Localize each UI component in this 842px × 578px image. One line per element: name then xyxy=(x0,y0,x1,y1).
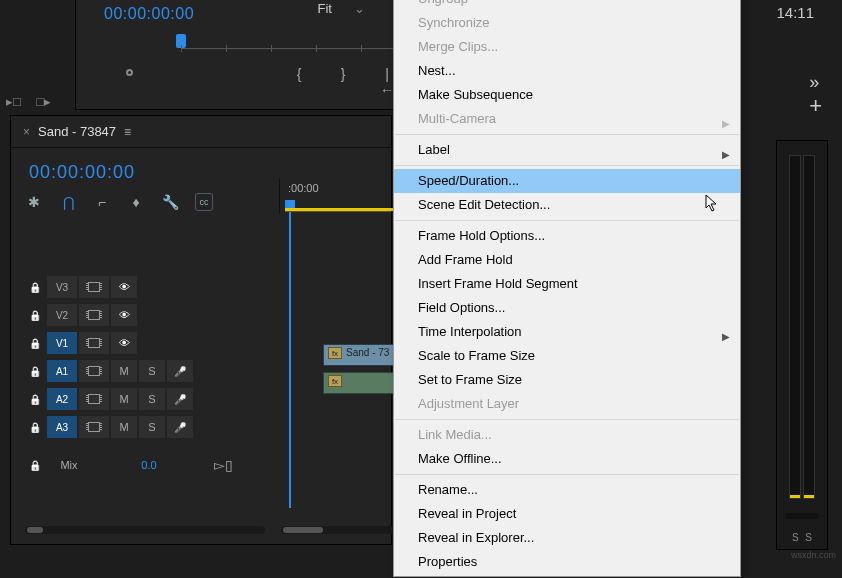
marker-icon[interactable]: ♦ xyxy=(127,193,145,211)
track-name[interactable]: A3 xyxy=(47,416,77,438)
menu-item[interactable]: Reveal in Project xyxy=(394,502,740,526)
menu-item[interactable]: Rename... xyxy=(394,478,740,502)
mark-in-button[interactable]: { xyxy=(291,66,307,82)
menu-item[interactable]: Scale to Frame Size xyxy=(394,344,740,368)
playhead-line xyxy=(289,208,291,508)
settings-icon[interactable]: 🔧 xyxy=(161,193,179,211)
zoom-fit-dropdown[interactable]: Fit ⌄ xyxy=(301,1,381,25)
toggle-sync-icon[interactable] xyxy=(79,332,109,354)
menu-separator xyxy=(395,165,739,166)
audio-meter-right[interactable] xyxy=(803,155,815,499)
menu-item[interactable]: Scene Edit Detection... xyxy=(394,193,740,217)
eye-icon[interactable] xyxy=(111,304,137,326)
meter-peak xyxy=(804,495,814,498)
more-buttons-icon[interactable]: » xyxy=(809,72,813,92)
mark-out-button[interactable]: } xyxy=(335,66,351,82)
track-name[interactable]: V2 xyxy=(47,304,77,326)
solo-indicator[interactable]: S xyxy=(792,532,799,543)
source-monitor: 00:00:00:00 Fit ⌄ { } |← ←| xyxy=(75,0,395,110)
meter-peak xyxy=(790,495,800,498)
menu-item[interactable]: Make Subsequence xyxy=(394,83,740,107)
tab-menu-icon[interactable]: ≡ xyxy=(124,125,128,139)
time-ruler[interactable]: :00:00 xyxy=(279,178,391,214)
output-assign-icon[interactable]: ▻▯ xyxy=(211,454,235,476)
mute-button[interactable]: M xyxy=(111,388,137,410)
menu-item[interactable]: Reveal in Explorer... xyxy=(394,526,740,550)
lock-icon[interactable] xyxy=(25,332,45,354)
lock-icon[interactable] xyxy=(25,454,45,476)
mute-button[interactable]: M xyxy=(111,416,137,438)
menu-item[interactable]: Add Frame Hold xyxy=(394,248,740,272)
scroll-thumb[interactable] xyxy=(283,527,323,533)
toggle-sync-icon[interactable] xyxy=(79,276,109,298)
program-timecode[interactable]: 14:11 xyxy=(776,4,814,21)
captions-icon[interactable]: cc xyxy=(195,193,213,211)
voiceover-icon[interactable] xyxy=(167,360,193,382)
film-icon xyxy=(88,422,100,432)
voiceover-icon[interactable] xyxy=(167,416,193,438)
lock-icon[interactable] xyxy=(25,416,45,438)
zoom-fit-label: Fit xyxy=(317,1,331,16)
video-clip[interactable]: fxSand - 73 xyxy=(323,344,401,366)
track-name[interactable]: V1 xyxy=(47,332,77,354)
menu-item[interactable]: Nest... xyxy=(394,59,740,83)
menu-item[interactable]: Insert Frame Hold Segment xyxy=(394,272,740,296)
close-icon[interactable]: × xyxy=(23,125,30,139)
overwrite-icon[interactable]: □▸ xyxy=(36,94,51,109)
track-name[interactable]: V3 xyxy=(47,276,77,298)
audio-track-row: A1 M S xyxy=(25,358,279,384)
menu-separator xyxy=(395,134,739,135)
video-track-row: V2 xyxy=(25,302,279,328)
solo-button[interactable]: S xyxy=(139,360,165,382)
scroll-thumb[interactable] xyxy=(27,527,43,533)
menu-item: Adjustment Layer xyxy=(394,392,740,416)
toggle-sync-icon[interactable] xyxy=(79,304,109,326)
playhead-icon[interactable] xyxy=(285,200,295,208)
meter-scroll[interactable] xyxy=(785,513,819,519)
solo-indicator[interactable]: S xyxy=(805,532,812,543)
ruler-ticks xyxy=(285,211,391,216)
solo-button[interactable]: S xyxy=(139,416,165,438)
menu-item[interactable]: Time Interpolation▶ xyxy=(394,320,740,344)
menu-item[interactable]: Speed/Duration... xyxy=(394,169,740,193)
linked-selection-icon[interactable]: ⌐ xyxy=(93,193,111,211)
timeline-zoom-scroll[interactable] xyxy=(281,526,396,534)
insert-icon[interactable]: ▸□ xyxy=(6,94,21,109)
menu-item[interactable]: Field Options... xyxy=(394,296,740,320)
lock-icon[interactable] xyxy=(25,388,45,410)
menu-item[interactable]: Label▶ xyxy=(394,138,740,162)
menu-item[interactable]: Frame Hold Options... xyxy=(394,224,740,248)
submenu-arrow-icon: ▶ xyxy=(722,112,730,136)
sequence-tab[interactable]: × Sand - 73847 ≡ xyxy=(11,116,391,148)
menu-item[interactable]: Make Offline... xyxy=(394,447,740,471)
eye-icon[interactable] xyxy=(111,276,137,298)
film-icon xyxy=(88,394,100,404)
eye-icon[interactable] xyxy=(111,332,137,354)
voiceover-icon[interactable] xyxy=(167,388,193,410)
snap-icon[interactable]: ⋂ xyxy=(59,193,77,211)
submenu-arrow-icon: ▶ xyxy=(722,143,730,167)
audio-meter-left[interactable] xyxy=(789,155,801,499)
lock-icon[interactable] xyxy=(25,304,45,326)
mute-button[interactable]: M xyxy=(111,360,137,382)
toggle-sync-icon[interactable] xyxy=(79,388,109,410)
toggle-sync-icon[interactable] xyxy=(79,360,109,382)
marker-dot-icon[interactable] xyxy=(126,69,133,76)
lock-icon[interactable] xyxy=(25,360,45,382)
solo-button[interactable]: S xyxy=(139,388,165,410)
audio-clip[interactable]: fx xyxy=(323,372,401,394)
lock-icon[interactable] xyxy=(25,276,45,298)
add-button-icon[interactable]: + xyxy=(809,93,822,118)
track-name[interactable]: A1 xyxy=(47,360,77,382)
track-name[interactable]: A2 xyxy=(47,388,77,410)
mix-value[interactable]: 0.0 xyxy=(89,454,209,476)
clip-label: Sand - 73 xyxy=(346,347,389,358)
nest-icon[interactable]: ✱ xyxy=(25,193,43,211)
menu-item[interactable]: Properties xyxy=(394,550,740,574)
menu-item: Link Media... xyxy=(394,423,740,447)
toggle-sync-icon[interactable] xyxy=(79,416,109,438)
track-header-scroll[interactable] xyxy=(25,526,265,534)
watermark-text: wsxdn.com xyxy=(791,550,836,560)
slider-tick xyxy=(181,45,182,52)
menu-item[interactable]: Set to Frame Size xyxy=(394,368,740,392)
